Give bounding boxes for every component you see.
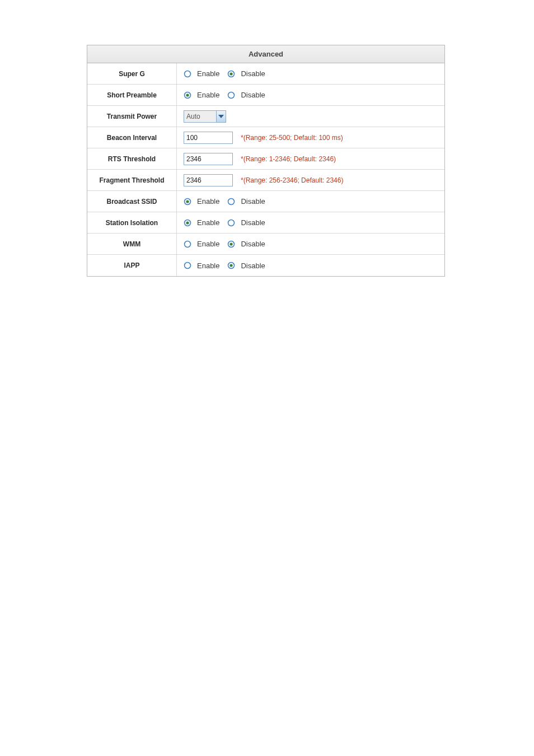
station-isolation-enable-label: Enable	[197, 218, 219, 227]
wmm-enable-radio[interactable]	[184, 240, 191, 248]
svg-point-7	[186, 200, 189, 203]
svg-point-17	[230, 264, 233, 267]
label-short-preamble: Short Preamble	[87, 85, 177, 105]
row-super-g: Super G Enable Disable	[87, 63, 444, 85]
panel-title: Advanced	[87, 45, 444, 63]
svg-point-10	[186, 221, 189, 224]
row-rts-threshold: RTS Threshold *(Range: 1-2346; Default: …	[87, 148, 444, 170]
svg-point-0	[185, 71, 191, 77]
label-rts-threshold: RTS Threshold	[87, 148, 177, 169]
row-broadcast-ssid: Broadcast SSID Enable Disable	[87, 191, 444, 212]
row-short-preamble: Short Preamble Enable Disable	[87, 85, 444, 106]
rts-threshold-hint: *(Range: 1-2346; Default: 2346)	[241, 155, 336, 163]
svg-point-4	[186, 94, 189, 96]
label-wmm: WMM	[87, 234, 177, 254]
svg-point-5	[228, 92, 235, 98]
broadcast-ssid-disable-radio[interactable]	[227, 198, 235, 206]
iapp-enable-label: Enable	[197, 262, 219, 270]
row-wmm: WMM Enable Disable	[87, 234, 444, 255]
super-g-enable-radio[interactable]	[184, 70, 191, 78]
svg-point-11	[228, 220, 235, 226]
transmit-power-select[interactable]	[184, 110, 226, 123]
label-super-g: Super G	[87, 63, 177, 84]
fragment-threshold-input[interactable]	[184, 174, 233, 186]
fragment-threshold-hint: *(Range: 256-2346; Default: 2346)	[241, 176, 343, 184]
super-g-disable-label: Disable	[241, 69, 265, 78]
label-transmit-power: Transmit Power	[87, 106, 177, 127]
beacon-interval-input[interactable]	[184, 132, 233, 144]
iapp-disable-radio[interactable]	[227, 262, 235, 269]
broadcast-ssid-enable-label: Enable	[197, 197, 219, 206]
short-preamble-disable-radio[interactable]	[227, 91, 235, 99]
broadcast-ssid-disable-label: Disable	[241, 197, 265, 206]
station-isolation-enable-radio[interactable]	[184, 219, 191, 227]
row-fragment-threshold: Fragment Threshold *(Range: 256-2346; De…	[87, 170, 444, 191]
short-preamble-enable-label: Enable	[197, 91, 219, 99]
short-preamble-disable-label: Disable	[241, 91, 265, 99]
beacon-interval-hint: *(Range: 25-500; Default: 100 ms)	[241, 134, 343, 142]
wmm-enable-label: Enable	[197, 240, 219, 248]
transmit-power-value[interactable]	[184, 110, 216, 123]
label-station-isolation: Station Isolation	[87, 212, 177, 233]
label-fragment-threshold: Fragment Threshold	[87, 170, 177, 190]
row-iapp: IAPP Enable Disable	[87, 255, 444, 276]
super-g-disable-radio[interactable]	[227, 70, 235, 78]
row-beacon-interval: Beacon Interval *(Range: 25-500; Default…	[87, 127, 444, 148]
wmm-disable-label: Disable	[241, 240, 265, 248]
svg-point-15	[185, 263, 191, 269]
iapp-disable-label: Disable	[241, 262, 265, 270]
label-iapp: IAPP	[87, 255, 177, 276]
svg-point-12	[185, 241, 191, 247]
svg-point-8	[228, 198, 235, 204]
svg-point-2	[230, 72, 233, 75]
iapp-enable-radio[interactable]	[184, 262, 191, 269]
chevron-down-icon[interactable]	[216, 110, 226, 123]
advanced-panel: Advanced Super G Enable Disable Short Pr…	[87, 45, 445, 277]
rts-threshold-input[interactable]	[184, 153, 233, 165]
super-g-enable-label: Enable	[197, 69, 219, 78]
label-beacon-interval: Beacon Interval	[87, 127, 177, 148]
label-broadcast-ssid: Broadcast SSID	[87, 191, 177, 212]
station-isolation-disable-radio[interactable]	[227, 219, 235, 227]
broadcast-ssid-enable-radio[interactable]	[184, 198, 191, 206]
station-isolation-disable-label: Disable	[241, 218, 265, 227]
row-transmit-power: Transmit Power	[87, 106, 444, 127]
row-station-isolation: Station Isolation Enable Disable	[87, 212, 444, 234]
svg-point-14	[230, 242, 233, 245]
short-preamble-enable-radio[interactable]	[184, 91, 191, 99]
wmm-disable-radio[interactable]	[227, 240, 235, 248]
